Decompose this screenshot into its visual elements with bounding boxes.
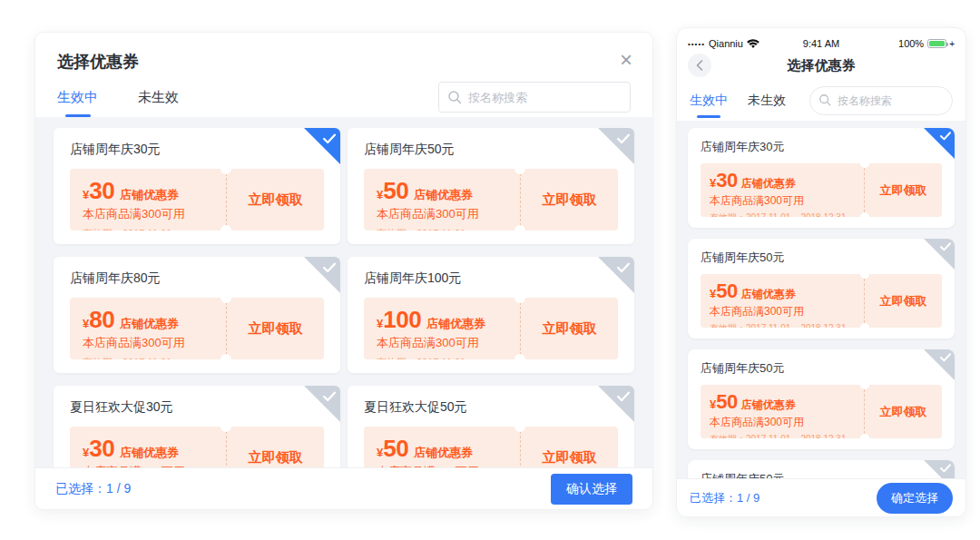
ticket-notch-top (860, 270, 869, 279)
coupon-ticket: ¥100店铺优惠券 本店商品满300可用 有效期：2017.11.01 – 20… (364, 298, 618, 359)
coupon-type: 店铺优惠券 (426, 317, 485, 330)
coupon-amount-row: ¥30店铺优惠券 (83, 177, 213, 205)
coupon-card[interactable]: 店铺周年庆50元 ¥50店铺优惠券 本店商品满300可用 有效期：2017.11… (688, 239, 955, 339)
chevron-left-icon (696, 60, 703, 71)
coupon-type: 店铺优惠券 (741, 177, 796, 190)
coupon-validity: 有效期：2017.11.01 – 2018.12.31 (710, 322, 855, 328)
coupon-name: 夏日狂欢大促50元 (364, 399, 618, 416)
selected-count: 已选择：1 / 9 (55, 481, 131, 497)
coupon-details: ¥50店铺优惠券 本店商品满300可用 (364, 427, 520, 467)
ticket-notch-top (220, 292, 231, 303)
coupon-name: 店铺周年庆50元 (701, 250, 942, 266)
coupon-name: 店铺周年庆100元 (364, 270, 618, 287)
back-button[interactable] (688, 54, 711, 77)
coupon-card[interactable]: 夏日狂欢大促30元 ¥30店铺优惠券 本店商品满300可用 立即领取 (54, 386, 340, 467)
ticket-notch-top (514, 292, 525, 303)
check-icon (940, 242, 951, 251)
coupon-amount-row: ¥30店铺优惠券 (83, 435, 213, 463)
coupon-name: 店铺周年庆50元 (701, 360, 942, 377)
ticket-notch-top (514, 421, 525, 432)
ticket-notch-top (860, 380, 869, 389)
claim-now-button[interactable]: 立即领取 (226, 298, 324, 359)
check-icon (940, 132, 951, 141)
coupon-list: 店铺周年庆30元 ¥30店铺优惠券 本店商品满300可用 有效期：2017.11… (677, 121, 965, 478)
coupon-name: 店铺周年庆30元 (701, 139, 942, 155)
check-icon (617, 262, 630, 273)
mobile-footer: 已选择：1 / 9 确定选择 (677, 478, 965, 516)
coupon-amount-row: ¥50店铺优惠券 (377, 435, 507, 463)
confirm-selection-button[interactable]: 确定选择 (877, 483, 953, 514)
check-icon (617, 391, 630, 402)
ticket-notch-bottom (514, 354, 525, 365)
coupon-condition: 本店商品满300可用 (83, 335, 213, 351)
claim-now-button[interactable]: 立即领取 (226, 169, 324, 231)
claim-now-button[interactable]: 立即领取 (520, 169, 618, 231)
coupon-condition: 本店商品满300可用 (377, 206, 507, 222)
coupon-details: ¥30店铺优惠券 本店商品满300可用 有效期：2017.11.01 – 201… (701, 163, 864, 217)
claim-now-button[interactable]: 立即领取 (520, 427, 618, 467)
wifi-icon (747, 39, 760, 49)
tab-inactive-coupons[interactable]: 未生效 (138, 89, 179, 117)
status-right: 100% + (866, 38, 955, 49)
coupon-card[interactable]: 店铺周年庆30元 ¥30店铺优惠券 本店商品满300可用 有效期：2017.11… (54, 128, 340, 244)
coupon-picker-modal: 选择优惠券 × 生效中 未生效 店铺周年庆30元 ¥30店铺优惠券 本店商品满3… (34, 32, 653, 510)
coupon-card[interactable]: 夏日狂欢大促50元 ¥50店铺优惠券 本店商品满300可用 立即领取 (348, 386, 634, 467)
coupon-condition: 本店商品满300可用 (377, 464, 507, 467)
ticket-notch-bottom (860, 212, 869, 221)
search-input[interactable] (438, 82, 631, 113)
claim-now-button[interactable]: 立即领取 (864, 385, 942, 438)
ticket-notch-top (860, 159, 869, 168)
coupon-card[interactable]: 店铺周年庆50元 (688, 460, 955, 478)
coupon-type: 店铺优惠券 (120, 317, 179, 330)
coupon-validity: 有效期：2017.11.01 – 2018.12.31 (83, 356, 213, 359)
close-icon[interactable]: × (620, 49, 632, 71)
ticket-notch-bottom (860, 434, 869, 443)
coupon-details: ¥50店铺优惠券 本店商品满300可用 有效期：2017.11.01 – 201… (364, 169, 520, 231)
charging-icon: + (949, 39, 955, 49)
coupon-condition: 本店商品满300可用 (83, 206, 213, 222)
confirm-selection-button[interactable]: 确认选择 (551, 474, 632, 505)
check-icon (323, 133, 336, 144)
coupon-card[interactable]: 店铺周年庆80元 ¥80店铺优惠券 本店商品满300可用 有效期：2017.11… (54, 257, 340, 373)
coupon-type: 店铺优惠券 (414, 188, 473, 201)
ticket-notch-bottom (860, 323, 869, 332)
tab-active-coupons[interactable]: 生效中 (57, 89, 98, 117)
claim-now-button[interactable]: 立即领取 (226, 427, 324, 467)
coupon-type: 店铺优惠券 (414, 446, 473, 459)
claim-now-button[interactable]: 立即领取 (864, 163, 942, 217)
coupon-name: 店铺周年庆50元 (701, 471, 942, 478)
coupon-amount: 50 (716, 280, 737, 302)
battery-icon (927, 39, 946, 48)
claim-now-button[interactable]: 立即领取 (864, 274, 942, 328)
check-icon (323, 262, 336, 273)
coupon-name: 店铺周年庆30元 (70, 142, 324, 158)
check-icon (940, 353, 951, 362)
coupon-card[interactable]: 店铺周年庆100元 ¥100店铺优惠券 本店商品满300可用 有效期：2017.… (348, 257, 634, 373)
modal-header: 选择优惠券 × (35, 33, 652, 73)
check-icon (323, 391, 336, 402)
coupon-ticket: ¥50店铺优惠券 本店商品满300可用 立即领取 (364, 427, 618, 467)
coupon-grid: 店铺周年庆30元 ¥30店铺优惠券 本店商品满300可用 有效期：2017.11… (35, 117, 652, 467)
coupon-validity: 有效期：2017.11.01 – 2018.12.31 (377, 227, 507, 231)
coupon-amount: 30 (716, 169, 737, 191)
claim-now-button[interactable]: 立即领取 (520, 298, 618, 359)
search-box (809, 86, 953, 115)
coupon-amount: 50 (716, 390, 737, 413)
coupon-amount: 100 (383, 306, 421, 333)
coupon-condition: 本店商品满300可用 (710, 415, 855, 430)
coupon-validity: 有效期：2017.11.01 – 2018.12.31 (377, 356, 507, 359)
ticket-notch-top (220, 421, 231, 432)
coupon-ticket: ¥50店铺优惠券 本店商品满300可用 有效期：2017.11.01 – 201… (364, 169, 618, 231)
coupon-card[interactable]: 店铺周年庆30元 ¥30店铺优惠券 本店商品满300可用 有效期：2017.11… (688, 128, 955, 228)
tab-bar: 生效中 未生效 (35, 73, 652, 117)
tab-inactive-coupons[interactable]: 未生效 (748, 83, 786, 118)
coupon-type: 店铺优惠券 (741, 288, 796, 300)
coupon-amount-row: ¥50店铺优惠券 (710, 390, 855, 414)
status-bar: ••••• Qianniu 9:41 AM 100% + (677, 28, 965, 50)
mobile-coupon-picker: ••••• Qianniu 9:41 AM 100% + 选择优惠券 生效中 未… (676, 27, 966, 517)
coupon-card[interactable]: 店铺周年庆50元 ¥50店铺优惠券 本店商品满300可用 有效期：2017.11… (688, 349, 955, 449)
coupon-card[interactable]: 店铺周年庆50元 ¥50店铺优惠券 本店商品满300可用 有效期：2017.11… (348, 128, 634, 244)
tab-active-coupons[interactable]: 生效中 (690, 83, 728, 118)
ticket-notch-bottom (220, 225, 231, 236)
check-icon (617, 133, 630, 144)
